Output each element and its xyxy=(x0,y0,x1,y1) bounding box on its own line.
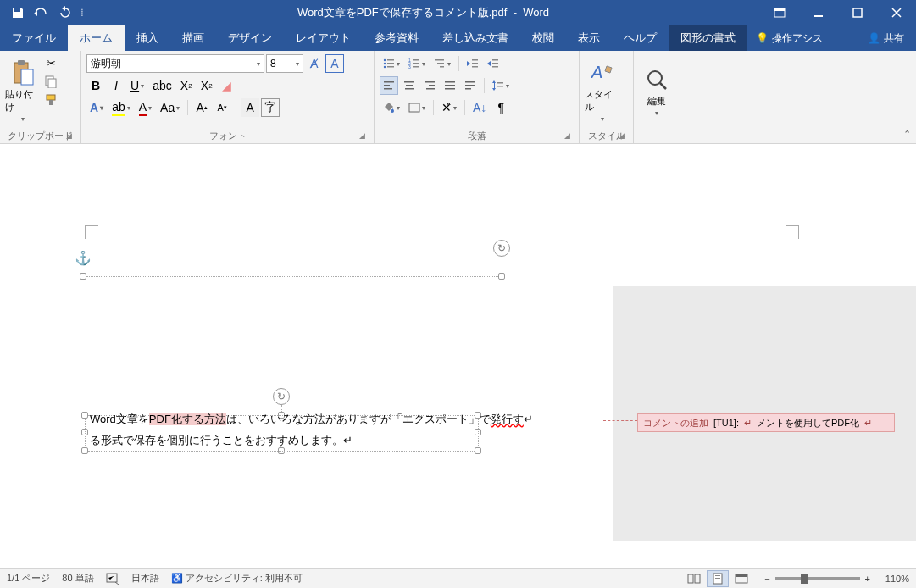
paste-button[interactable]: 貼り付け ▾ xyxy=(5,54,41,128)
read-mode-icon[interactable] xyxy=(683,570,705,587)
svg-rect-6 xyxy=(21,69,33,85)
group-font: 游明朝 ▾ 8 ▾ A̸ A B I U abc X2 X2 ◢ A xyxy=(81,51,375,143)
accessibility-button[interactable]: ♿ アクセシビリティ: 利用不可 xyxy=(171,572,303,585)
underline-button[interactable]: U xyxy=(127,76,147,95)
shape-handle[interactable] xyxy=(81,412,88,419)
status-page[interactable]: 1/1 ページ xyxy=(7,572,50,585)
decrease-indent-icon[interactable] xyxy=(464,54,482,73)
svg-rect-60 xyxy=(715,578,720,579)
tab-insert[interactable]: 挿入 xyxy=(125,25,170,51)
zoom-out-button[interactable]: − xyxy=(764,574,769,584)
increase-indent-icon[interactable] xyxy=(484,54,502,73)
shape-handle[interactable] xyxy=(80,273,86,280)
zoom-slider[interactable] xyxy=(775,577,860,580)
web-layout-icon[interactable] xyxy=(730,570,752,587)
clipboard-launcher-icon[interactable]: ◢ xyxy=(64,131,74,141)
tab-design[interactable]: デザイン xyxy=(216,25,284,51)
ribbon-display-icon[interactable] xyxy=(760,0,799,25)
tab-layout[interactable]: レイアウト xyxy=(284,25,363,51)
borders-icon[interactable] xyxy=(405,98,429,117)
tab-shape-format[interactable]: 図形の書式 xyxy=(669,25,747,51)
clear-formatting-icon[interactable]: A̸ xyxy=(305,54,324,73)
multilevel-list-icon[interactable] xyxy=(430,54,454,73)
close-icon[interactable] xyxy=(877,0,916,25)
proofing-icon[interactable] xyxy=(106,573,119,585)
show-marks-icon[interactable]: ¶ xyxy=(491,98,510,117)
shading-icon[interactable] xyxy=(380,98,403,117)
align-right-icon[interactable] xyxy=(420,76,439,95)
font-name-value: 游明朝 xyxy=(91,57,121,71)
align-center-icon[interactable] xyxy=(400,76,419,95)
redo-icon[interactable] xyxy=(54,2,76,24)
rotate-handle-icon[interactable]: ↻ xyxy=(273,388,290,405)
tab-draw[interactable]: 描画 xyxy=(170,25,216,51)
tab-review[interactable]: 校閲 xyxy=(520,25,566,51)
align-justify-icon[interactable] xyxy=(441,76,459,95)
font-launcher-icon[interactable]: ◢ xyxy=(357,131,367,141)
styles-button[interactable]: A スタイル ▾ xyxy=(585,59,620,123)
tell-me-search[interactable]: 💡 操作アシス xyxy=(747,25,831,51)
strikethrough-button[interactable]: abc xyxy=(149,76,175,95)
rotate-handle-icon[interactable]: ↻ xyxy=(493,240,510,257)
editing-button[interactable]: 編集 ▾ xyxy=(639,66,675,117)
subscript-button[interactable]: X2 xyxy=(177,76,196,95)
document-area[interactable]: ⚓ ↻ ↻ Word文章をPDF化する方法は、いろいろな方法がありますが「エクス… xyxy=(0,144,916,568)
text-effects-icon[interactable]: A xyxy=(86,98,107,117)
tab-home[interactable]: ホーム xyxy=(68,25,125,51)
zoom-level[interactable]: 110% xyxy=(875,574,909,584)
superscript-button[interactable]: X2 xyxy=(197,76,216,95)
bullets-icon[interactable] xyxy=(380,54,403,73)
copy-icon[interactable] xyxy=(42,73,59,90)
zoom-in-button[interactable]: + xyxy=(865,574,870,584)
paragraph-launcher-icon[interactable]: ◢ xyxy=(562,131,572,141)
text-highlight: PDF化する方法 xyxy=(149,413,226,425)
char-border-icon[interactable]: 字 xyxy=(261,98,280,117)
share-button[interactable]: 👤 共有 xyxy=(856,25,916,51)
undo-icon[interactable] xyxy=(31,2,53,24)
share-label: 共有 xyxy=(884,31,904,46)
status-bar: 1/1 ページ 80 単語 日本語 ♿ アクセシビリティ: 利用不可 − + 1… xyxy=(0,568,916,588)
minimize-icon[interactable] xyxy=(799,0,838,25)
svg-rect-29 xyxy=(492,59,498,61)
highlight-color-icon[interactable]: ab xyxy=(108,98,134,117)
save-icon[interactable] xyxy=(7,2,29,24)
print-layout-icon[interactable] xyxy=(707,570,729,587)
maximize-icon[interactable] xyxy=(838,0,877,25)
document-text[interactable]: Word文章をPDF化する方法は、いろいろな方法がありますが「エクスポート」で発… xyxy=(90,409,533,451)
tab-references[interactable]: 参考資料 xyxy=(363,25,430,51)
comment-balloon[interactable]: コメントの追加 [TU1]: ↵ メントを使用してPDF化 ↵ xyxy=(637,413,895,432)
font-size-select[interactable]: 8 ▾ xyxy=(266,54,303,73)
editing-label: 編集 xyxy=(647,95,666,108)
styles-launcher-icon[interactable]: ◢ xyxy=(616,131,626,141)
align-distribute-icon[interactable] xyxy=(461,76,480,95)
font-name-select[interactable]: 游明朝 ▾ xyxy=(86,54,264,73)
bold-button[interactable]: B xyxy=(86,76,105,95)
enclose-char-icon[interactable]: A xyxy=(325,54,344,73)
tab-file[interactable]: ファイル xyxy=(0,25,68,51)
sort-icon[interactable]: A↓ xyxy=(469,98,490,117)
font-color-icon[interactable]: A xyxy=(136,98,155,117)
zoom-thumb[interactable] xyxy=(801,574,808,584)
format-painter-icon[interactable] xyxy=(42,92,59,108)
svg-rect-5 xyxy=(18,60,25,65)
tab-help[interactable]: ヘルプ xyxy=(612,25,669,51)
collapse-ribbon-icon[interactable]: ⌃ xyxy=(903,129,911,140)
svg-rect-48 xyxy=(497,82,503,84)
change-case-icon[interactable]: Aa xyxy=(157,98,183,117)
phonetic-guide-icon[interactable]: A xyxy=(241,98,259,117)
italic-button[interactable]: I xyxy=(107,76,125,95)
tab-mailings[interactable]: 差し込み文書 xyxy=(430,25,520,51)
eraser-icon[interactable]: ◢ xyxy=(218,76,236,95)
cut-icon[interactable]: ✂ xyxy=(42,54,59,71)
line-spacing-icon[interactable] xyxy=(489,76,513,95)
numbering-icon[interactable]: 123 xyxy=(405,54,429,73)
status-language[interactable]: 日本語 xyxy=(131,572,159,585)
shrink-font-icon[interactable]: A▾ xyxy=(213,98,231,117)
grow-font-icon[interactable]: A▴ xyxy=(192,98,211,117)
shape-handle[interactable] xyxy=(498,273,505,280)
tab-view[interactable]: 表示 xyxy=(566,25,612,51)
asian-layout-icon[interactable]: ✕̂ xyxy=(438,98,460,117)
align-left-icon[interactable] xyxy=(380,76,398,95)
shape-handle[interactable] xyxy=(81,447,88,454)
status-words[interactable]: 80 単語 xyxy=(62,572,93,585)
